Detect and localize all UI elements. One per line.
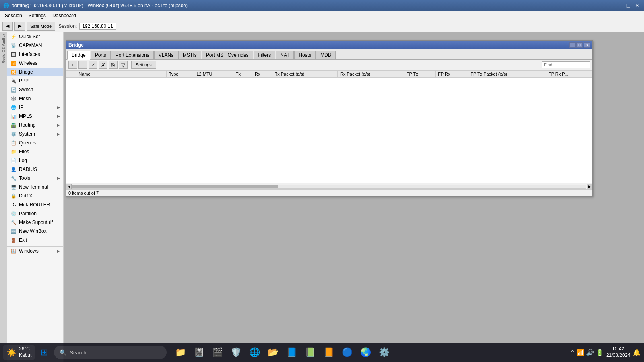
- sidebar-item-partition[interactable]: 💿Partition: [7, 209, 63, 218]
- sidebar-item-exit[interactable]: 🚪Exit: [7, 236, 63, 245]
- battery-icon[interactable]: 🔋: [596, 349, 604, 356]
- sidebar-item-log[interactable]: 📄Log: [7, 156, 63, 165]
- vpn-taskbar[interactable]: 🛡️: [227, 343, 245, 361]
- sidebar-item-make-supout[interactable]: 🔨Make Supout.rif: [7, 218, 63, 227]
- tab-port-extensions[interactable]: Port Extensions: [111, 51, 154, 59]
- scroll-right-button[interactable]: ▶: [587, 184, 592, 189]
- enable-button[interactable]: ✓: [89, 61, 97, 69]
- bridge-minimize-button[interactable]: _: [569, 42, 576, 48]
- sidebar-item-queues[interactable]: 📋Queues: [7, 138, 63, 147]
- tab-mdb[interactable]: MDB: [316, 51, 336, 59]
- volume-icon[interactable]: 🔊: [586, 349, 594, 356]
- tab-nat[interactable]: NAT: [276, 51, 294, 59]
- disable-button[interactable]: ✗: [99, 61, 107, 69]
- start-button[interactable]: ⊞: [36, 344, 52, 360]
- sidebar-item-windows[interactable]: 🪟 Windows ▶: [7, 247, 63, 255]
- sidebar-item-new-winbox[interactable]: 🆕New WinBox: [7, 227, 63, 236]
- maximize-button[interactable]: □: [625, 2, 632, 9]
- wifi-icon[interactable]: 📶: [576, 349, 584, 356]
- col-header-9[interactable]: FP Rx: [436, 71, 468, 78]
- forward-button[interactable]: ▶: [14, 22, 25, 31]
- sidebar-item-new-terminal[interactable]: 🖥️New Terminal: [7, 183, 63, 191]
- taskbar-app-icons: 📁📓🎬🛡️🌐📂📘📗📙🔵🌏⚙️: [171, 343, 393, 361]
- col-header-1[interactable]: Name: [76, 71, 166, 78]
- sidebar-item-routing[interactable]: 🛣️Routing▶: [7, 121, 63, 130]
- clock[interactable]: 10:42 21/03/2024: [606, 346, 630, 358]
- explorer-taskbar[interactable]: 📂: [264, 343, 282, 361]
- bridge-window-titlebar[interactable]: Bridge _ □ ✕: [66, 41, 592, 49]
- tab-bridge[interactable]: Bridge: [67, 51, 90, 60]
- col-header-0[interactable]: [66, 71, 76, 78]
- excel-taskbar[interactable]: 📗: [301, 343, 319, 361]
- sidebar-item-radius[interactable]: 👤RADIUS: [7, 165, 63, 174]
- minimize-button[interactable]: ─: [616, 2, 623, 9]
- word-taskbar[interactable]: 📘: [283, 343, 300, 361]
- tab-port-mst-overrides[interactable]: Port MST Overrides: [202, 51, 253, 59]
- notification-icon[interactable]: 🔔: [633, 349, 641, 356]
- col-header-5[interactable]: Rx: [252, 71, 272, 78]
- chrome-taskbar[interactable]: 🔵: [338, 343, 356, 361]
- menu-settings[interactable]: Settings: [25, 12, 49, 19]
- sidebar-item-interfaces[interactable]: 🔲Interfaces: [7, 50, 63, 59]
- tab-filters[interactable]: Filters: [254, 51, 276, 59]
- find-input[interactable]: [542, 61, 590, 68]
- add-button[interactable]: +: [68, 61, 77, 69]
- settings-button[interactable]: Settings: [131, 61, 156, 69]
- col-header-2[interactable]: Type: [166, 71, 194, 78]
- safe-mode-button[interactable]: Safe Mode: [27, 22, 55, 31]
- powerpoint-taskbar[interactable]: 📙: [320, 343, 337, 361]
- col-header-11[interactable]: FP Rx P...: [546, 71, 592, 78]
- sidebar-item-mesh[interactable]: 🕸️Mesh: [7, 94, 63, 103]
- scroll-thumb[interactable]: [72, 185, 278, 188]
- tab-hosts[interactable]: Hosts: [294, 51, 316, 59]
- copy-button[interactable]: ⎘: [109, 61, 118, 69]
- sidebar-item-mpls[interactable]: 📊MPLS▶: [7, 112, 63, 121]
- sidebar-item-system[interactable]: ⚙️System▶: [7, 130, 63, 138]
- close-button[interactable]: ✕: [634, 2, 641, 9]
- scroll-left-button[interactable]: ◀: [66, 184, 72, 189]
- col-header-6[interactable]: Tx Packet (p/s): [272, 71, 338, 78]
- sidebar-item-capsman[interactable]: 📡CAPsMAN: [7, 41, 63, 50]
- video-taskbar[interactable]: 🎬: [208, 343, 226, 361]
- mpls-icon: 📊: [10, 113, 17, 119]
- notepad-taskbar[interactable]: 📓: [190, 343, 208, 361]
- col-header-4[interactable]: Tx: [233, 71, 252, 78]
- tab-ports[interactable]: Ports: [91, 51, 111, 59]
- weather-widget[interactable]: ☀️ 26°C Kabut: [3, 345, 35, 359]
- back-button[interactable]: ◀: [2, 22, 13, 31]
- taskbar-right: ⌃ 📶 🔊 🔋 10:42 21/03/2024 🔔: [570, 346, 641, 358]
- horizontal-scrollbar[interactable]: ◀ ▶: [66, 183, 592, 189]
- tab-mstis[interactable]: MSTIs: [178, 51, 201, 59]
- menu-dashboard[interactable]: Dashboard: [49, 12, 79, 19]
- sidebar-item-capsman-label: CAPsMAN: [19, 43, 42, 48]
- sidebar-item-tools[interactable]: 🔧Tools▶: [7, 174, 63, 183]
- taskbar-search-icon: 🔍: [60, 349, 66, 356]
- sidebar-item-quick-set[interactable]: ⚡Quick Set: [7, 32, 63, 41]
- edge-taskbar[interactable]: 🌐: [246, 343, 263, 361]
- sidebar-item-ppp[interactable]: 🔌PPP: [7, 76, 63, 85]
- settings-taskbar[interactable]: ⚙️: [375, 343, 393, 361]
- sidebar-item-ip[interactable]: 🌐IP▶: [7, 103, 63, 112]
- remove-button[interactable]: −: [78, 61, 87, 69]
- bridge-maximize-button[interactable]: □: [576, 42, 583, 48]
- weather-icon: ☀️: [6, 348, 17, 357]
- taskbar-search[interactable]: 🔍 Search: [54, 346, 167, 359]
- sidebar-item-wireless[interactable]: 📶Wireless: [7, 59, 63, 68]
- browser-taskbar[interactable]: 🌏: [357, 343, 374, 361]
- menu-session[interactable]: Session: [2, 12, 25, 19]
- col-header-3[interactable]: L2 MTU: [194, 71, 233, 78]
- sidebar-item-bridge[interactable]: 🔀Bridge: [7, 68, 63, 76]
- filter-button[interactable]: ▽: [119, 61, 128, 69]
- sidebar-item-switch[interactable]: 🔄Switch: [7, 85, 63, 94]
- col-header-8[interactable]: FP Tx: [404, 71, 435, 78]
- tab-vlans[interactable]: VLANs: [154, 51, 178, 59]
- col-header-10[interactable]: FP Tx Packet (p/s): [468, 71, 546, 78]
- scroll-track[interactable]: [72, 185, 586, 189]
- sidebar-item-metarouter[interactable]: 🖧MetaROUTER: [7, 200, 63, 209]
- sidebar-item-files[interactable]: 📁Files: [7, 147, 63, 156]
- file-explorer-taskbar[interactable]: 📁: [171, 343, 189, 361]
- bridge-close-button[interactable]: ✕: [584, 42, 590, 48]
- col-header-7[interactable]: Rx Packet (p/s): [337, 71, 404, 78]
- chevron-up-icon[interactable]: ⌃: [570, 349, 575, 356]
- sidebar-item-dot1x[interactable]: 🔒Dot1X: [7, 191, 63, 200]
